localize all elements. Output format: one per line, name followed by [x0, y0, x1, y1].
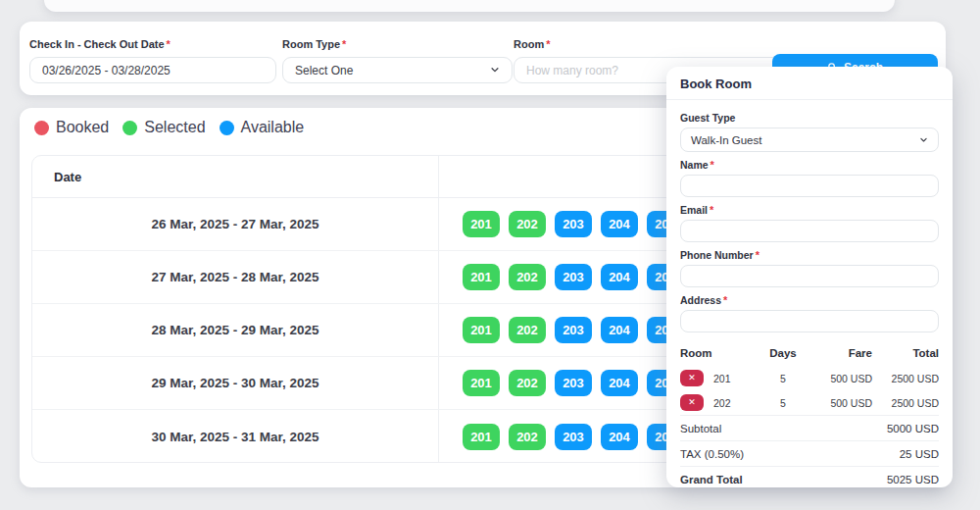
selected-dot	[122, 121, 137, 135]
summary-item-row: ✕2015500 USD2500 USD	[680, 366, 939, 390]
close-icon: ✕	[688, 374, 696, 382]
room-chip-202[interactable]: 202	[509, 211, 546, 237]
room-chip-204[interactable]: 204	[601, 317, 638, 343]
remove-room-201-button[interactable]: ✕	[680, 370, 704, 386]
name-label-text: Name	[680, 159, 709, 171]
summary-header-row: Room Days Fare Total	[680, 342, 939, 366]
booking-summary: Room Days Fare Total ✕2015500 USD2500 US…	[680, 342, 939, 491]
phone-number-label-text: Phone Number	[680, 249, 754, 261]
summary-line-label: Subtotal	[680, 423, 721, 434]
close-icon: ✕	[688, 398, 696, 407]
room-chip-202[interactable]: 202	[509, 370, 546, 396]
room-chip-204[interactable]: 204	[601, 211, 638, 237]
date-cell: 30 Mar, 2025 - 31 Mar, 2025	[32, 410, 439, 463]
summary-room-cell: ✕201	[680, 370, 759, 386]
required-asterisk: *	[546, 38, 550, 50]
date-cell: 28 Mar, 2025 - 29 Mar, 2025	[32, 304, 439, 356]
email-label: Email*	[680, 204, 939, 216]
room-chip-204[interactable]: 204	[601, 264, 638, 290]
date-column-header: Date	[32, 156, 439, 197]
room-chip-203[interactable]: 203	[555, 317, 592, 343]
booked-dot	[34, 121, 49, 135]
legend-item-available: Available	[220, 119, 305, 136]
summary-fare-cell: 500 USD	[808, 373, 872, 384]
room-chip-201[interactable]: 201	[463, 317, 500, 343]
required-asterisk: *	[723, 294, 727, 306]
chevron-down-icon	[490, 64, 500, 77]
summary-line-value: 25 USD	[900, 448, 939, 460]
summary-header-days: Days	[759, 347, 808, 359]
top-navbar-edge	[44, 0, 895, 12]
required-asterisk: *	[342, 38, 346, 50]
summary-line-value: 5000 USD	[887, 423, 939, 434]
guest-type-selected-value: Walk-In Guest	[691, 134, 761, 146]
available-dot	[220, 121, 234, 135]
chevron-down-icon	[919, 134, 928, 146]
book-room-body: Guest Type Walk-In Guest Name*Email*Phon…	[666, 100, 953, 499]
guest-type-label: Guest Type	[680, 112, 939, 124]
book-room-fields: Name*Email*Phone Number*Address*	[680, 159, 939, 332]
summary-fare-cell: 500 USD	[808, 397, 872, 409]
legend: BookedSelectedAvailable	[34, 119, 304, 136]
date-cell: 27 Mar, 2025 - 28 Mar, 2025	[32, 251, 439, 303]
room-chip-204[interactable]: 204	[601, 424, 638, 450]
checkin-checkout-label: Check In - Check Out Date	[29, 38, 165, 50]
legend-label: Selected	[144, 119, 205, 136]
room-chip-202[interactable]: 202	[509, 424, 546, 450]
room-chip-204[interactable]: 204	[601, 370, 638, 396]
summary-header-fare: Fare	[808, 347, 872, 359]
phone-number-field[interactable]	[680, 265, 939, 287]
summary-items: ✕2015500 USD2500 USD✕2025500 USD2500 USD	[680, 366, 939, 415]
summary-header-total: Total	[872, 347, 939, 359]
summary-line-label: TAX (0.50%)	[680, 448, 744, 460]
room-chip-202[interactable]: 202	[509, 317, 546, 343]
summary-line-grand-total: Grand Total5025 USD	[680, 466, 939, 491]
address-field[interactable]	[680, 310, 939, 332]
summary-total-cell: 2500 USD	[872, 373, 939, 384]
required-asterisk: *	[710, 204, 713, 216]
summary-line-tax: TAX (0.50%)25 USD	[680, 440, 939, 466]
guest-type-select[interactable]: Walk-In Guest	[680, 128, 939, 152]
required-asterisk: *	[710, 159, 714, 171]
summary-totals: Subtotal5000 USDTAX (0.50%)25 USDGrand T…	[680, 415, 939, 491]
summary-line-value: 5025 USD	[887, 474, 939, 485]
legend-label: Available	[241, 119, 305, 136]
address-label: Address*	[680, 294, 939, 306]
book-room-panel: Book Room Guest Type Walk-In Guest Name*…	[666, 67, 953, 487]
name-field[interactable]	[680, 175, 939, 197]
room-chip-201[interactable]: 201	[463, 211, 500, 237]
required-asterisk: *	[167, 38, 171, 50]
summary-room-cell: ✕202	[680, 394, 759, 411]
room-type-label: Room Type	[282, 38, 340, 50]
checkin-checkout-input[interactable]	[29, 57, 276, 83]
summary-days-cell: 5	[759, 397, 808, 409]
summary-header-room: Room	[680, 347, 759, 359]
legend-item-booked: Booked	[34, 119, 109, 136]
email-label-text: Email	[680, 204, 708, 216]
room-chip-201[interactable]: 201	[463, 424, 500, 450]
room-chip-201[interactable]: 201	[463, 370, 500, 396]
legend-label: Booked	[56, 119, 109, 136]
checkin-checkout-field-group: Check In - Check Out Date*	[29, 34, 276, 83]
legend-item-selected: Selected	[122, 119, 205, 136]
room-chip-203[interactable]: 203	[555, 211, 592, 237]
room-type-select[interactable]: Select One	[282, 57, 513, 83]
room-type-selected-value: Select One	[295, 64, 353, 77]
room-chip-203[interactable]: 203	[555, 424, 592, 450]
date-cell: 29 Mar, 2025 - 30 Mar, 2025	[32, 357, 439, 409]
date-cell: 26 Mar, 2025 - 27 Mar, 2025	[32, 198, 439, 250]
email-field[interactable]	[680, 220, 939, 242]
remove-room-202-button[interactable]: ✕	[680, 394, 704, 411]
summary-room-number: 202	[713, 397, 731, 409]
summary-line-subtotal: Subtotal5000 USD	[680, 415, 939, 440]
room-chip-202[interactable]: 202	[509, 264, 546, 290]
room-chip-203[interactable]: 203	[555, 370, 592, 396]
room-chip-203[interactable]: 203	[555, 264, 592, 290]
name-label: Name*	[680, 159, 939, 171]
summary-item-row: ✕2025500 USD2500 USD	[680, 390, 939, 415]
room-type-field-group: Room Type* Select One	[282, 34, 513, 83]
required-asterisk: *	[756, 249, 760, 261]
summary-days-cell: 5	[759, 373, 808, 384]
room-chip-201[interactable]: 201	[463, 264, 500, 290]
phone-number-label: Phone Number*	[680, 249, 939, 261]
